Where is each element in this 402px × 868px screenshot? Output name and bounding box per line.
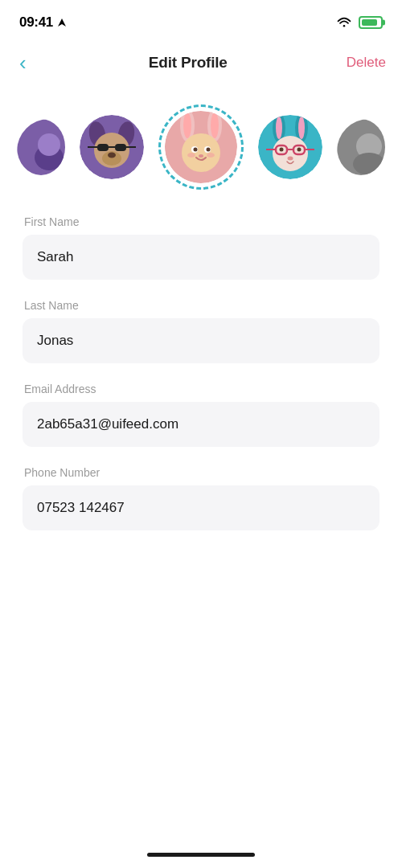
- status-time: 09:41: [19, 14, 66, 31]
- avatar-bunny-selected[interactable]: [158, 104, 244, 190]
- svg-point-40: [280, 148, 284, 152]
- svg-point-10: [108, 153, 116, 158]
- avatar-rabbit[interactable]: [258, 115, 322, 179]
- avatar-partial-right[interactable]: [337, 119, 385, 175]
- avatar-carousel: [0, 85, 402, 215]
- home-indicator: [147, 853, 255, 857]
- back-button[interactable]: ‹: [16, 49, 30, 76]
- svg-point-33: [298, 117, 305, 139]
- last-name-label: Last Name: [23, 299, 379, 312]
- last-name-input[interactable]: [23, 318, 379, 363]
- page-title: Edit Profile: [149, 54, 228, 72]
- avatar-partial-left[interactable]: [17, 119, 65, 175]
- first-name-group: First Name: [23, 215, 379, 280]
- wifi-icon: [336, 17, 352, 28]
- svg-point-20: [211, 113, 219, 138]
- form-area: First Name Last Name Email Address Phone…: [0, 215, 402, 530]
- svg-point-24: [194, 148, 198, 152]
- last-name-group: Last Name: [23, 299, 379, 363]
- email-input[interactable]: [23, 402, 379, 447]
- svg-point-45: [353, 153, 385, 175]
- svg-point-25: [207, 148, 211, 152]
- svg-point-1: [343, 25, 346, 27]
- phone-input[interactable]: [23, 485, 379, 530]
- svg-point-41: [297, 148, 302, 152]
- phone-label: Phone Number: [23, 466, 379, 479]
- svg-point-4: [38, 133, 60, 156]
- avatar-partial-left-svg: [17, 119, 65, 175]
- location-icon: [58, 18, 66, 28]
- status-bar: 09:41: [0, 0, 402, 40]
- svg-point-27: [207, 153, 215, 158]
- svg-point-42: [288, 157, 293, 161]
- avatar-rabbit-svg: [258, 115, 322, 179]
- svg-point-21: [182, 133, 220, 172]
- avatar-bunny-svg: [165, 111, 237, 183]
- delete-button[interactable]: Delete: [347, 55, 386, 71]
- avatar-dog[interactable]: [80, 115, 144, 179]
- svg-point-26: [187, 153, 195, 158]
- avatar-dog-svg: [80, 115, 144, 179]
- first-name-input[interactable]: [23, 235, 379, 280]
- email-label: Email Address: [23, 383, 379, 395]
- svg-point-18: [183, 113, 191, 138]
- battery-icon: [359, 16, 383, 29]
- email-group: Email Address: [23, 383, 379, 447]
- svg-marker-0: [58, 18, 66, 27]
- svg-point-28: [199, 154, 203, 158]
- svg-rect-11: [97, 144, 109, 151]
- nav-bar: ‹ Edit Profile Delete: [0, 40, 402, 85]
- phone-group: Phone Number: [23, 466, 379, 530]
- svg-point-31: [276, 117, 282, 139]
- first-name-label: First Name: [23, 215, 379, 228]
- svg-rect-12: [115, 144, 126, 151]
- avatar-partial-right-svg: [337, 119, 385, 175]
- status-icons: [336, 16, 383, 29]
